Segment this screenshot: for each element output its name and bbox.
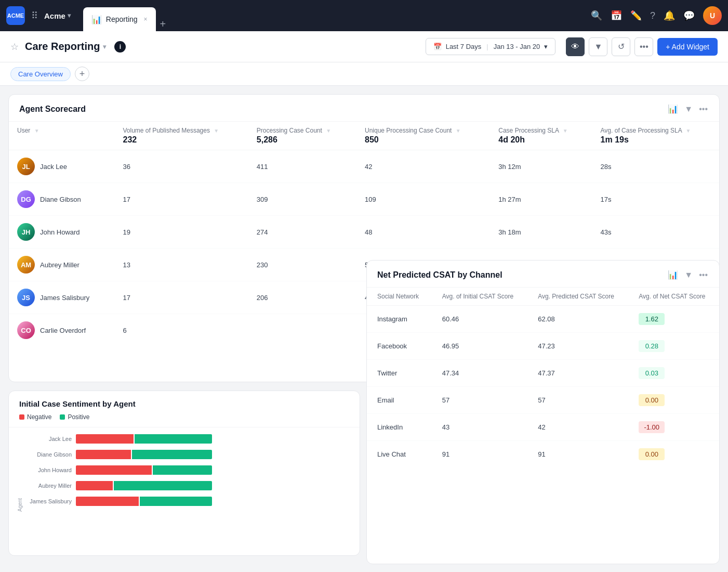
add-widget-button[interactable]: + Add Widget xyxy=(657,38,718,56)
csat-col-net: Avg. of Net CSAT Score xyxy=(628,288,719,306)
tab-close-icon[interactable]: × xyxy=(144,16,148,23)
calendar-icon[interactable]: 📅 xyxy=(611,10,622,21)
add-tab-button[interactable]: + xyxy=(156,18,170,30)
table-row: DG Diane Gibson 17 309 109 1h 27m 17s xyxy=(9,183,719,216)
scorecard-filter-icon[interactable]: ▼ xyxy=(683,103,694,115)
help-icon[interactable]: ? xyxy=(650,10,655,21)
csat-network: Twitter xyxy=(367,360,432,387)
unique-cell: 42 xyxy=(356,150,490,183)
company-chevron-icon: ▾ xyxy=(68,12,71,19)
sentiment-widget: Initial Case Sentiment by Agent Negative… xyxy=(8,391,360,556)
legend-positive: Positive xyxy=(60,413,89,421)
add-view-tab-button[interactable]: + xyxy=(75,67,89,81)
user-name: James Salisbury xyxy=(40,294,89,302)
edit-icon[interactable]: ✏️ xyxy=(630,10,642,21)
csat-row: Twitter 47.34 47.37 0.03 xyxy=(367,360,719,387)
user-avatar: CO xyxy=(17,321,35,339)
favorite-button[interactable]: ☆ xyxy=(10,41,19,53)
positive-bar xyxy=(114,481,212,490)
eye-button[interactable]: 👁 xyxy=(566,37,585,56)
positive-dot xyxy=(60,414,65,420)
tab-chart-icon: 📊 xyxy=(91,15,102,24)
company-name[interactable]: Acme ▾ xyxy=(44,11,71,20)
filter-button[interactable]: ▼ xyxy=(589,37,607,56)
positive-bar xyxy=(153,465,212,475)
col-processing[interactable]: Processing Case Count ▼ 5,286 xyxy=(248,122,356,150)
sla-cell: 1h 27m xyxy=(490,183,592,216)
sla-cell: 3h 18m xyxy=(490,216,592,249)
csat-initial: 91 xyxy=(432,441,527,468)
sentiment-bar-row: James Salisbury xyxy=(25,496,351,506)
csat-filter-icon[interactable]: ▼ xyxy=(683,269,694,281)
user-avatar: JH xyxy=(17,223,35,241)
user-avatar[interactable]: U xyxy=(703,6,722,25)
scorecard-title: Agent Scorecard xyxy=(19,105,667,114)
page-title-button[interactable]: Care Reporting ▾ xyxy=(25,41,106,53)
user-avatar: JL xyxy=(17,158,35,175)
net-score-badge: 0.00 xyxy=(639,394,665,406)
subheader: ☆ Care Reporting ▾ i 📅 Last 7 Days | Jan… xyxy=(0,31,728,62)
csat-net: -1.00 xyxy=(628,414,719,441)
user-cell: JS James Salisbury xyxy=(9,281,115,314)
csat-network: Email xyxy=(367,387,432,414)
csat-network: Live Chat xyxy=(367,441,432,468)
col-unique[interactable]: Unique Processing Case Count ▼ 850 xyxy=(356,122,490,150)
csat-network: Instagram xyxy=(367,306,432,333)
user-cell: CO Carlie Overdorf xyxy=(9,314,115,347)
date-calendar-icon: 📅 xyxy=(433,43,442,50)
processing-cell: 411 xyxy=(248,150,356,183)
y-axis-label: Agent xyxy=(17,434,23,512)
csat-predicted: 91 xyxy=(527,441,628,468)
csat-row: LinkedIn 43 42 -1.00 xyxy=(367,414,719,441)
more-button[interactable]: ••• xyxy=(634,37,653,56)
csat-header: Net Predicted CSAT by Channel 📊 ▼ ••• xyxy=(367,261,719,288)
grid-icon[interactable]: ⠿ xyxy=(31,10,38,21)
processing-cell: 206 xyxy=(248,281,356,314)
col-sla[interactable]: Case Processing SLA ▼ 4d 20h xyxy=(490,122,592,150)
sentiment-agent-label: Jack Lee xyxy=(25,436,72,442)
user-name: Jack Lee xyxy=(40,163,67,171)
user-cell: JL Jack Lee xyxy=(9,150,115,183)
scorecard-more-icon[interactable]: ••• xyxy=(698,103,709,115)
date-range-button[interactable]: 📅 Last 7 Days | Jan 13 - Jan 20 ▾ xyxy=(426,38,556,55)
reporting-tab[interactable]: 📊 Reporting × xyxy=(83,7,156,31)
refresh-button[interactable]: ↺ xyxy=(612,37,630,56)
vol-cell: 6 xyxy=(115,314,248,347)
csat-network: LinkedIn xyxy=(367,414,432,441)
search-icon[interactable]: 🔍 xyxy=(591,10,602,21)
csat-col-initial: Avg. of Initial CSAT Score xyxy=(432,288,527,306)
negative-bar xyxy=(76,434,134,444)
unique-cell: 109 xyxy=(356,183,490,216)
csat-net: 0.03 xyxy=(628,360,719,387)
csat-widget: Net Predicted CSAT by Channel 📊 ▼ ••• So… xyxy=(366,260,720,564)
sentiment-chart: Agent Jack Lee Diane Gibson John Howard … xyxy=(9,427,360,520)
csat-initial: 43 xyxy=(432,414,527,441)
avg-sla-cell: 17s xyxy=(592,183,719,216)
sentiment-agent-label: James Salisbury xyxy=(25,498,72,504)
csat-more-icon[interactable]: ••• xyxy=(698,269,709,281)
user-name: Aubrey Miller xyxy=(40,261,80,269)
col-user[interactable]: User ▼ xyxy=(9,122,115,150)
csat-net: 0.28 xyxy=(628,333,719,360)
csat-initial: 57 xyxy=(432,387,527,414)
bell-icon[interactable]: 🔔 xyxy=(664,10,675,21)
sla-cell: 3h 12m xyxy=(490,150,592,183)
user-avatar: JS xyxy=(17,289,35,306)
info-icon[interactable]: i xyxy=(114,41,126,53)
avg-sla-cell: 43s xyxy=(592,216,719,249)
csat-chart-icon[interactable]: 📊 xyxy=(667,269,679,281)
vol-cell: 17 xyxy=(115,183,248,216)
tab-care-overview[interactable]: Care Overview xyxy=(10,67,71,81)
chat-icon[interactable]: 💬 xyxy=(683,10,695,21)
col-volume[interactable]: Volume of Published Messages ▼ 232 xyxy=(115,122,248,150)
csat-initial: 46.95 xyxy=(432,333,527,360)
sentiment-bar xyxy=(76,449,351,460)
sentiment-agent-label: Aubrey Miller xyxy=(25,483,72,489)
user-name: John Howard xyxy=(40,228,80,236)
scorecard-chart-icon[interactable]: 📊 xyxy=(667,103,679,115)
col-avg-sla[interactable]: Avg. of Case Processing SLA ▼ 1m 19s xyxy=(592,122,719,150)
date-range-section: 📅 Last 7 Days | Jan 13 - Jan 20 ▾ xyxy=(426,38,556,55)
top-navigation: ACME ⠿ Acme ▾ 📊 Reporting × + 🔍 📅 ✏️ ? 🔔… xyxy=(0,0,728,31)
csat-table: Social Network Avg. of Initial CSAT Scor… xyxy=(367,288,719,467)
sentiment-bar-row: Jack Lee xyxy=(25,434,351,444)
